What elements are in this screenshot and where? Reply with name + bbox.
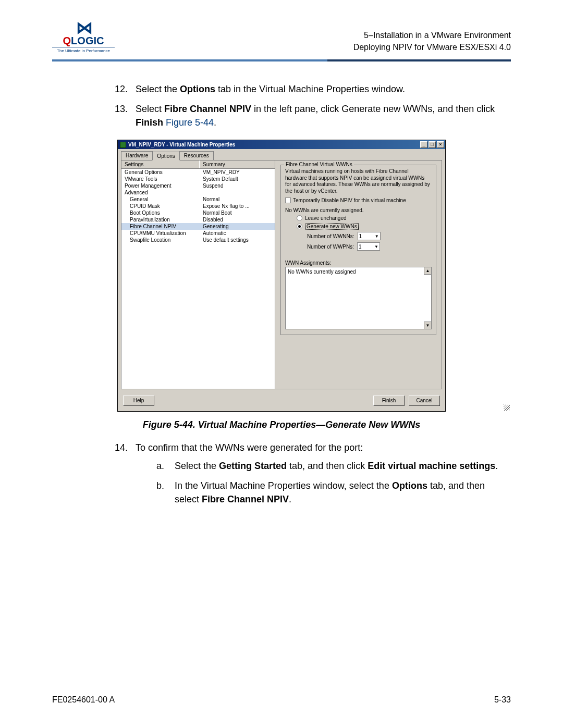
list-item[interactable]: Fibre Channel NPIVGenerating bbox=[121, 223, 275, 230]
header-rule bbox=[52, 59, 511, 61]
logo-mark-icon: ⋈ bbox=[52, 21, 115, 35]
wwpn-count-label: Number of WWPNs: bbox=[307, 244, 354, 250]
tab-options[interactable]: Options bbox=[152, 152, 179, 161]
logo-text: QLOGIC bbox=[52, 35, 115, 47]
group-title: Fibre Channel Virtual WWNs bbox=[284, 162, 354, 167]
step-14b-letter: b. bbox=[156, 479, 175, 506]
list-item[interactable]: CPUID MaskExpose Nx flag to ... bbox=[121, 203, 275, 209]
list-item-setting: CPU/MMU Virtualization bbox=[121, 230, 200, 237]
wwnn-count-label: Number of WWNNs: bbox=[307, 233, 354, 239]
settings-list: Settings Summary General OptionsVM_NPIV_… bbox=[121, 161, 275, 389]
step-12-number: 12. bbox=[115, 82, 136, 96]
step-12-text: Select the Options tab in the Virtual Ma… bbox=[136, 82, 511, 96]
step-14-number: 14. bbox=[115, 441, 136, 512]
list-item[interactable]: General OptionsVM_NPIV_RDY bbox=[121, 169, 275, 176]
list-item-setting: Advanced bbox=[121, 189, 200, 196]
list-item[interactable]: Swapfile LocationUse default settings bbox=[121, 237, 275, 243]
disable-npiv-label: Temporarily Disable NPIV for this virtua… bbox=[293, 198, 406, 203]
list-item-summary bbox=[200, 189, 275, 196]
list-item[interactable]: VMware ToolsSystem Default bbox=[121, 176, 275, 182]
group-description: Virtual machines running on hosts with F… bbox=[285, 168, 432, 194]
list-item-setting: Swapfile Location bbox=[121, 237, 200, 243]
list-item-setting: Fibre Channel NPIV bbox=[121, 223, 200, 230]
step-14-text: To confirm that the WWNs were generated … bbox=[136, 441, 511, 454]
wwn-assignments-label: WWN Assignments: bbox=[285, 260, 432, 266]
list-item-summary: Expose Nx flag to ... bbox=[200, 203, 275, 209]
list-item-summary: Normal bbox=[200, 196, 275, 203]
step-14a-letter: a. bbox=[156, 459, 175, 473]
close-button[interactable]: × bbox=[437, 141, 444, 148]
list-item-setting: General Options bbox=[121, 169, 200, 176]
header-chapter: 5–Installation in a VMware Environment bbox=[353, 30, 511, 41]
list-item-summary: Disabled bbox=[200, 216, 275, 223]
list-item-summary: VM_NPIV_RDY bbox=[200, 169, 275, 176]
help-button[interactable]: Help bbox=[123, 396, 154, 406]
tab-resources[interactable]: Resources bbox=[179, 151, 214, 160]
vm-icon bbox=[120, 142, 126, 148]
radio-generate-label: Generate new WWNs bbox=[305, 223, 359, 230]
resize-grip-icon[interactable] bbox=[504, 404, 510, 411]
chevron-down-icon: ▼ bbox=[375, 234, 379, 239]
step-14b-text: In the Virtual Machine Properties window… bbox=[175, 479, 511, 506]
wwn-assignments-text: No WWNs currently assigned bbox=[288, 269, 356, 275]
fc-wwns-group: Fibre Channel Virtual WWNs Virtual machi… bbox=[280, 165, 436, 335]
step-14a-text: Select the Getting Started tab, and then… bbox=[175, 459, 498, 473]
list-item-setting: Power Management bbox=[121, 182, 200, 189]
wwnn-count-select[interactable]: 1▼ bbox=[358, 232, 381, 240]
col-settings: Settings bbox=[121, 161, 200, 168]
minimize-button[interactable]: _ bbox=[420, 141, 427, 148]
dialog-titlebar: VM_NPIV_RDY - Virtual Machine Properties… bbox=[118, 140, 445, 149]
list-item-setting: Paravirtualization bbox=[121, 216, 200, 223]
logo-tagline: The Ultimate in Performance bbox=[52, 47, 115, 53]
list-item-summary: Automatic bbox=[200, 230, 275, 237]
wwn-assignments-box: No WWNs currently assigned ▲ ▼ bbox=[285, 267, 432, 329]
list-item-summary: System Default bbox=[200, 176, 275, 182]
list-item[interactable]: Boot OptionsNormal Boot bbox=[121, 209, 275, 216]
tab-hardware[interactable]: Hardware bbox=[121, 151, 153, 160]
footer-page-number: 5-33 bbox=[494, 695, 511, 705]
chevron-down-icon: ▼ bbox=[374, 244, 378, 249]
header-section: Deploying NPIV for VMware ESX/ESXi 4.0 bbox=[353, 42, 511, 53]
list-item-summary: Use default settings bbox=[200, 237, 275, 243]
no-wwns-text: No WWNs are currently assigned. bbox=[285, 207, 432, 213]
figure-link[interactable]: Figure 5-44 bbox=[166, 117, 214, 128]
list-item[interactable]: GeneralNormal bbox=[121, 196, 275, 203]
footer-doc-id: FE0254601-00 A bbox=[52, 695, 115, 705]
vm-properties-dialog: VM_NPIV_RDY - Virtual Machine Properties… bbox=[117, 140, 446, 412]
list-item[interactable]: Power ManagementSuspend bbox=[121, 182, 275, 189]
list-item[interactable]: Advanced bbox=[121, 189, 275, 196]
cancel-button[interactable]: Cancel bbox=[409, 396, 440, 406]
maximize-button[interactable]: □ bbox=[429, 141, 436, 148]
list-item-setting: Boot Options bbox=[121, 209, 200, 216]
list-item-setting: VMware Tools bbox=[121, 176, 200, 182]
step-13-text: Select Fibre Channel NPIV in the left pa… bbox=[136, 102, 511, 129]
finish-button[interactable]: Finish bbox=[373, 396, 405, 406]
list-item-summary: Normal Boot bbox=[200, 209, 275, 216]
list-item-setting: CPUID Mask bbox=[121, 203, 200, 209]
list-item-summary: Suspend bbox=[200, 182, 275, 189]
scroll-up-icon[interactable]: ▲ bbox=[424, 267, 431, 275]
logo: ⋈ QLOGIC The Ultimate in Performance bbox=[52, 21, 115, 53]
col-summary: Summary bbox=[200, 161, 228, 168]
radio-generate-new[interactable] bbox=[297, 224, 302, 229]
step-13-number: 13. bbox=[115, 102, 136, 129]
figure-caption: Figure 5-44. Virtual Machine Properties—… bbox=[52, 419, 511, 430]
radio-leave-unchanged[interactable] bbox=[297, 215, 302, 221]
list-item[interactable]: ParavirtualizationDisabled bbox=[121, 216, 275, 223]
dialog-title: VM_NPIV_RDY - Virtual Machine Properties bbox=[128, 142, 235, 147]
wwpn-count-select[interactable]: 1▼ bbox=[357, 242, 380, 251]
list-item[interactable]: CPU/MMU VirtualizationAutomatic bbox=[121, 230, 275, 237]
list-item-summary: Generating bbox=[200, 223, 275, 230]
radio-leave-label: Leave unchanged bbox=[305, 215, 347, 221]
list-item-setting: General bbox=[121, 196, 200, 203]
scroll-down-icon[interactable]: ▼ bbox=[424, 322, 431, 329]
disable-npiv-checkbox[interactable] bbox=[285, 198, 291, 203]
